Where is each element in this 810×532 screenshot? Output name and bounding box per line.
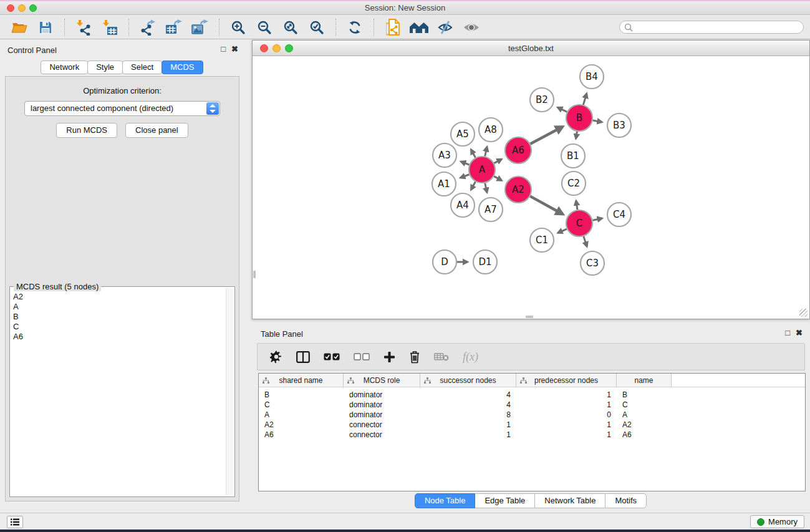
graph-node-A7[interactable]: A7 — [479, 198, 503, 221]
close-table-panel-icon[interactable]: ✖ — [796, 329, 803, 337]
graph-edge-A-A4[interactable] — [471, 181, 475, 190]
import-network-icon[interactable] — [72, 18, 95, 37]
close-panel-icon[interactable]: ✖ — [231, 45, 238, 54]
result-item[interactable]: C — [13, 322, 234, 332]
graph-node-C4[interactable]: C4 — [607, 203, 631, 226]
graph-edge-A-A7[interactable] — [485, 183, 487, 192]
tab-edge-table[interactable]: Edge Table — [475, 493, 535, 508]
result-item[interactable]: A6 — [13, 332, 234, 342]
settings-icon[interactable] — [270, 351, 282, 363]
graph-node-A8[interactable]: A8 — [479, 118, 503, 142]
zoom-selected-icon[interactable] — [306, 18, 328, 37]
graph-node-A5[interactable]: A5 — [451, 122, 475, 146]
close-window-button[interactable] — [7, 4, 14, 12]
save-session-icon[interactable] — [34, 18, 57, 37]
graph-node-B3[interactable]: B3 — [607, 114, 631, 137]
table-row[interactable]: A6connector11A6 — [259, 430, 805, 440]
run-mcds-button[interactable]: Run MCDS — [56, 123, 117, 138]
graph-node-C2[interactable]: C2 — [562, 172, 586, 195]
graph-edge-A-A1[interactable] — [460, 175, 469, 178]
network-close-button[interactable] — [260, 44, 268, 52]
network-maximize-button[interactable] — [285, 44, 293, 52]
close-panel-button[interactable]: Close panel — [125, 123, 188, 138]
zoom-fit-icon[interactable] — [279, 18, 302, 37]
graph-edge-C-C4[interactable] — [592, 218, 602, 220]
export-image-icon[interactable] — [189, 18, 211, 37]
home-icon[interactable] — [408, 18, 430, 37]
graph-node-C[interactable]: C — [566, 210, 592, 236]
table-row[interactable]: Bdominator41B — [259, 390, 805, 400]
network-from-file-icon[interactable] — [382, 18, 404, 37]
graph-node-B2[interactable]: B2 — [530, 88, 554, 112]
zoom-out-icon[interactable] — [253, 18, 276, 37]
result-scrollbar[interactable] — [226, 288, 233, 495]
resize-grip[interactable] — [799, 309, 808, 317]
graph-edge-A-A5[interactable] — [471, 150, 475, 158]
memory-button[interactable]: Memory — [750, 515, 804, 528]
tab-mcds[interactable]: MCDS — [162, 60, 203, 74]
show-graphics-details-icon[interactable] — [460, 18, 483, 37]
graph-node-D1[interactable]: D1 — [473, 250, 497, 274]
refresh-icon[interactable] — [344, 18, 366, 37]
result-item[interactable]: A — [13, 302, 234, 312]
graph-node-A4[interactable]: A4 — [451, 193, 475, 217]
graph-edge-B-B2[interactable] — [557, 107, 567, 112]
tab-network[interactable]: Network — [41, 60, 88, 74]
table-row[interactable]: Adominator80A — [259, 410, 805, 420]
float-panel-icon[interactable]: □ — [221, 45, 226, 54]
graph-edge-A-A6[interactable] — [494, 159, 501, 163]
zoom-in-icon[interactable] — [227, 18, 249, 37]
graph-edge-C-C1[interactable] — [558, 229, 567, 233]
graph-edge-A-A8[interactable] — [485, 147, 487, 156]
network-canvas[interactable]: B4B2BB3A8A5A6A3B1AA1C2A2A4A7C4CC1C3DD1 — [253, 57, 809, 318]
column-header-successor-nodes[interactable]: successor nodes — [420, 374, 516, 387]
column-header-predecessor-nodes[interactable]: predecessor nodes — [516, 374, 617, 387]
import-table-icon[interactable] — [99, 18, 121, 37]
vertical-scroll-thumb[interactable] — [253, 271, 256, 278]
app-titlebar[interactable]: Session: New Session — [0, 1, 810, 15]
graph-edge-A6-B[interactable] — [530, 127, 562, 144]
graph-edge-B-B4[interactable] — [583, 94, 586, 105]
graph-edge-C-C2[interactable] — [576, 201, 577, 210]
graph-node-C1[interactable]: C1 — [530, 228, 554, 252]
task-history-icon[interactable] — [7, 516, 23, 528]
horizontal-scroll-thumb[interactable] — [526, 316, 533, 318]
graph-node-D[interactable]: D — [433, 250, 456, 274]
graph-edge-B-B3[interactable] — [593, 120, 602, 122]
table-row[interactable]: Cdominator41C — [259, 400, 805, 410]
column-header-name[interactable]: name — [617, 374, 672, 387]
result-item[interactable]: A2 — [13, 292, 234, 302]
graph-node-A2[interactable]: A2 — [505, 177, 531, 203]
graph-node-B[interactable]: B — [566, 105, 592, 131]
select-all-checkboxes-icon[interactable] — [324, 353, 340, 360]
minimize-window-button[interactable] — [18, 4, 26, 12]
add-column-icon[interactable] — [383, 351, 395, 363]
graph-edge-A-A3[interactable] — [461, 162, 469, 165]
search-input[interactable] — [633, 22, 803, 32]
tab-style[interactable]: Style — [87, 60, 123, 74]
hide-graphics-details-icon[interactable] — [434, 18, 456, 37]
tab-network-table[interactable]: Network Table — [534, 493, 605, 508]
table-row[interactable]: A2connector11A2 — [259, 420, 805, 430]
graph-node-A1[interactable]: A1 — [432, 172, 456, 196]
result-item[interactable]: B — [13, 312, 234, 322]
graph-node-A[interactable]: A — [469, 157, 495, 183]
export-table-icon[interactable] — [163, 18, 185, 37]
graph-edge-A2-C[interactable] — [530, 196, 562, 215]
function-builder-icon[interactable]: f(x) — [463, 351, 478, 364]
export-network-icon[interactable] — [137, 18, 159, 37]
tab-motifs[interactable]: Motifs — [605, 493, 647, 508]
graph-edge-B-B1[interactable] — [576, 132, 577, 139]
maximize-window-button[interactable] — [29, 4, 37, 12]
criterion-dropdown[interactable]: largest connected component (directed) — [24, 101, 220, 116]
delete-column-icon[interactable] — [409, 351, 420, 364]
search-box[interactable] — [619, 21, 804, 34]
column-header-MCDS-role[interactable]: MCDS role — [344, 374, 420, 387]
network-graph[interactable]: B4B2BB3A8A5A6A3B1AA1C2A2A4A7C4CC1C3DD1 — [253, 57, 809, 318]
graph-edge-C-C3[interactable] — [584, 236, 587, 246]
tab-select[interactable]: Select — [122, 60, 162, 74]
graph-node-B1[interactable]: B1 — [561, 144, 585, 168]
column-selector-icon[interactable] — [296, 351, 310, 363]
graph-node-A6[interactable]: A6 — [505, 137, 531, 163]
network-minimize-button[interactable] — [272, 44, 281, 52]
